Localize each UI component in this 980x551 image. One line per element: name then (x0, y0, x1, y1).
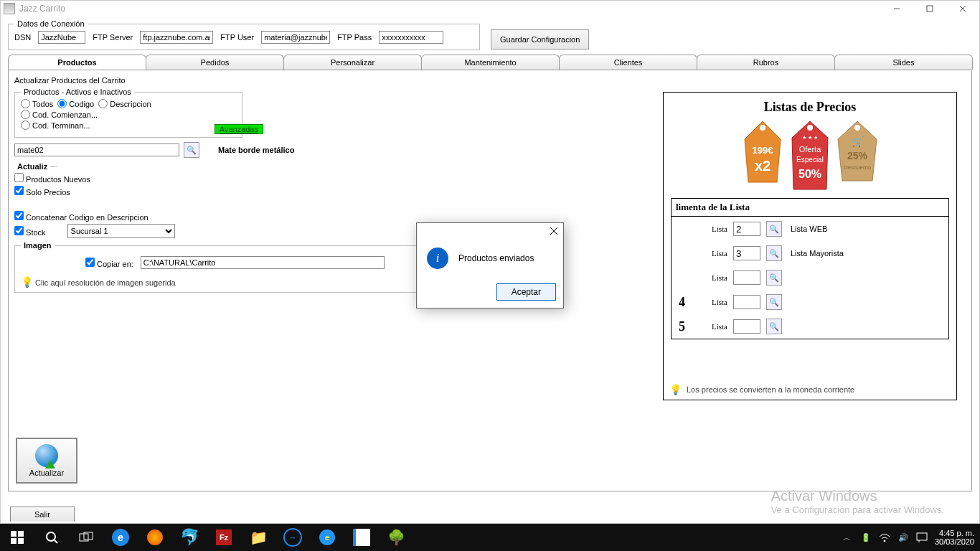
window-title: Jazz Carrito (19, 4, 65, 14)
taskbar-app-firefox[interactable] (138, 524, 172, 551)
globe-upload-icon (35, 444, 58, 467)
tray-chevron-icon[interactable]: ︿ (842, 532, 853, 543)
tab-rubros[interactable]: Rubros (697, 55, 835, 70)
dsn-label: DSN (14, 33, 31, 42)
start-button[interactable] (0, 524, 34, 551)
path-input[interactable] (141, 256, 385, 269)
check-precios[interactable]: Solo Precios (14, 186, 70, 197)
tab-pedidos[interactable]: Pedidos (146, 55, 284, 70)
check-stock[interactable]: Stock (14, 226, 46, 237)
code-lookup-button[interactable]: 🔍 (184, 142, 199, 158)
tray-wifi-icon[interactable] (879, 532, 890, 543)
price-row-label: Lista (699, 322, 727, 331)
tab-productos[interactable]: Productos (8, 55, 146, 70)
price-row-input[interactable] (733, 270, 760, 285)
tab-clientes[interactable]: Clientes (559, 55, 697, 70)
salir-button[interactable]: Salir (10, 507, 75, 522)
price-row-input[interactable] (733, 222, 760, 236)
radio-codigo[interactable]: Codigo (57, 99, 94, 108)
radio-descripcion[interactable]: Descripcion (98, 99, 151, 108)
price-row-input[interactable] (733, 319, 760, 334)
currency-hint: 💡Los precios se convierten a la moneda c… (669, 384, 854, 395)
taskbar-app-filezilla[interactable]: Fz (207, 524, 241, 551)
ftpuser-label: FTP User (220, 33, 254, 42)
svg-rect-24 (18, 538, 24, 544)
tray-notifications-icon[interactable] (916, 532, 928, 543)
maximize-button[interactable] (913, 1, 946, 17)
info-icon: i (427, 248, 448, 269)
svg-text:🛒: 🛒 (852, 136, 864, 148)
imagen-fieldset: Imagen Copiar en: 💡Clic aquí resolución … (14, 241, 429, 293)
price-row-lookup-button[interactable]: 🔍 (766, 221, 782, 237)
price-row-num: 4 (679, 295, 693, 310)
minimize-button[interactable] (880, 1, 913, 17)
ftpserver-input[interactable] (140, 31, 213, 44)
product-filter-fieldset: Productos - Activos e Inactivos Todos Co… (14, 88, 242, 138)
product-filter-legend: Productos - Activos e Inactivos (21, 88, 134, 96)
tab-slides[interactable]: Slides (834, 55, 973, 70)
taskbar-clock[interactable]: 4:45 p. m. 30/03/2020 (935, 529, 974, 546)
svg-point-25 (47, 532, 55, 541)
bulb-icon: 💡 (669, 384, 682, 395)
price-row: Lista🔍Lista WEB (672, 217, 948, 241)
price-row-num: 5 (679, 319, 693, 334)
tray-volume-icon[interactable]: 🔊 (897, 532, 909, 543)
radio-cod-comienzan[interactable]: Cod. Comienzan... (21, 110, 98, 119)
taskbar-app-tree[interactable]: 🌳 (379, 524, 413, 551)
dialog-close-button[interactable] (549, 226, 559, 236)
taskbar-app-dolphin[interactable]: 🐬 (172, 524, 207, 551)
connection-legend: Datos de Conexión (14, 19, 88, 28)
taskbar-app-teamviewer[interactable]: ↔ (275, 524, 310, 551)
price-row: 4Lista🔍 (672, 290, 948, 314)
dialog-ok-button[interactable]: Aceptar (496, 283, 556, 301)
check-copiar[interactable]: Copiar en: (85, 258, 133, 268)
price-row-lookup-button[interactable]: 🔍 (766, 270, 782, 286)
taskbar-app-libreoffice[interactable] (344, 524, 379, 551)
price-row-name: Lista Mayorista (791, 249, 844, 258)
tag-oferta-icon: ★ ★ ★OfertaEspecial50% (788, 118, 832, 197)
actualizar-button[interactable]: Actualizar (16, 438, 77, 484)
avanzadas-link[interactable]: Avanzadas (215, 124, 263, 134)
check-concat[interactable]: Concatenar Codigo en Descripcion (14, 211, 149, 222)
tab-mantenimiento[interactable]: Mantenimiento (421, 55, 560, 70)
price-row-lookup-button[interactable]: 🔍 (766, 245, 782, 261)
price-table-header: limenta de la Lista (672, 199, 948, 217)
taskview-button[interactable] (69, 524, 103, 551)
price-row-label: Lista (699, 225, 727, 233)
reso-hint[interactable]: Clic aquí resolución de imagen sugerida (35, 278, 176, 287)
taskbar-app-edge[interactable]: e (103, 524, 138, 551)
ftpuser-input[interactable] (261, 31, 330, 44)
product-desc: Mate borde metálico (218, 146, 294, 154)
price-row-input[interactable] (733, 246, 760, 260)
check-nuevos[interactable]: Productos Nuevos (14, 173, 90, 184)
dsn-input[interactable] (38, 31, 85, 44)
price-lists-title: Listas de Precios (671, 100, 949, 115)
svg-text:50%: 50% (798, 168, 821, 180)
close-button[interactable] (946, 1, 979, 17)
price-row-lookup-button[interactable]: 🔍 (766, 294, 782, 310)
ftppass-input[interactable] (379, 31, 443, 44)
search-button[interactable] (34, 524, 69, 551)
svg-rect-22 (18, 531, 24, 537)
tab-personalizar[interactable]: Personalizar (283, 55, 422, 70)
taskbar-app-ie[interactable]: e (310, 524, 344, 551)
taskbar-app-explorer[interactable]: 📁 (241, 524, 275, 551)
sucursal-select[interactable]: Sucursal 1 (67, 224, 175, 238)
svg-text:★ ★ ★: ★ ★ ★ (802, 135, 818, 140)
radio-todos[interactable]: Todos (21, 99, 53, 108)
price-row-lookup-button[interactable]: 🔍 (766, 319, 782, 334)
svg-point-29 (884, 540, 885, 542)
price-row-input[interactable] (733, 295, 760, 309)
price-row: Lista🔍 (672, 265, 948, 290)
save-config-button[interactable]: Guardar Configuracion (491, 29, 589, 50)
svg-text:x2: x2 (755, 158, 771, 174)
code-input[interactable] (14, 143, 179, 156)
activate-windows-watermark: Activar Windows Ve a Configuración para … (771, 488, 944, 515)
imagen-legend: Imagen (21, 241, 55, 250)
tray-battery-icon[interactable]: 🔋 (860, 532, 872, 543)
tabstrip: Productos Pedidos Personalizar Mantenimi… (8, 55, 972, 70)
ftpserver-label: FTP Server (93, 33, 133, 42)
price-row-label: Lista (699, 273, 727, 282)
radio-cod-terminan[interactable]: Cod. Terminan... (21, 121, 90, 130)
svg-rect-1 (927, 6, 933, 11)
